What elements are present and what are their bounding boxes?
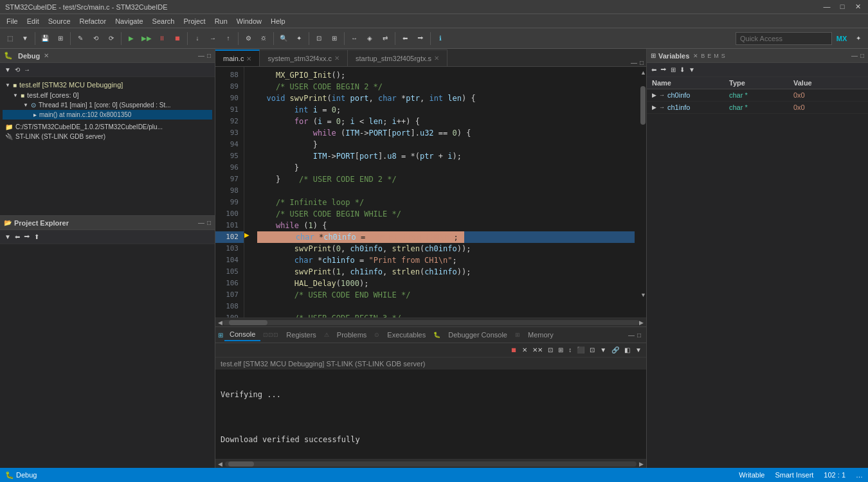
tab-main-c-close[interactable]: ✕: [246, 55, 251, 62]
scroll-down-icon[interactable]: ▼: [640, 292, 646, 298]
toolbar-info[interactable]: ℹ: [433, 31, 448, 46]
debug-tree-item-3[interactable]: ▸ main() at main.c:102 0x8001350: [3, 110, 212, 120]
debug-tree-item-5[interactable]: 🔌 ST-LINK (ST-LINK GDB server): [3, 132, 212, 141]
toolbar-btn-15[interactable]: ⇄: [378, 31, 392, 46]
debug-toolbar-btn3[interactable]: →: [22, 66, 32, 73]
toolbar-btn-4[interactable]: ✎: [73, 31, 87, 46]
toolbar-run[interactable]: ▶▶: [140, 31, 154, 46]
var-expand-icon-ch1[interactable]: ▶: [652, 104, 656, 111]
toolbar-btn-14[interactable]: ◈: [363, 31, 377, 46]
tab-startup-s[interactable]: startup_stm32f405rgtx.s ✕: [348, 49, 448, 66]
console-btn12[interactable]: ▼: [633, 346, 644, 353]
quick-access-input[interactable]: [736, 32, 832, 45]
tab-debugger-console[interactable]: Debugger Console: [443, 329, 512, 341]
toolbar-btn-2[interactable]: ▼: [18, 31, 32, 46]
console-h-scrollbar[interactable]: ◀ ▶: [215, 459, 646, 468]
toolbar-btn-3[interactable]: ⊞: [53, 31, 68, 46]
toolbar-step-over[interactable]: →: [206, 31, 220, 46]
toolbar-debug[interactable]: ▶: [124, 31, 138, 46]
editor-maximize-icon[interactable]: □: [640, 59, 644, 66]
debug-tree-item-0[interactable]: ▼ ■ test.elf [STM32 MCU Debugging]: [3, 80, 212, 90]
console-close-btn[interactable]: ✕✕: [530, 346, 545, 353]
console-btn8[interactable]: ⊡: [588, 346, 597, 353]
menu-refactor[interactable]: Refactor: [76, 16, 111, 26]
menu-search[interactable]: Search: [149, 16, 179, 26]
console-scroll-left[interactable]: ◀: [218, 461, 222, 467]
debug-tree-item-1[interactable]: ▼ ■ test.elf [cores: 0]: [3, 90, 212, 100]
pe-toolbar-btn3[interactable]: ⮕: [22, 233, 32, 240]
toolbar-btn-10[interactable]: ✦: [292, 31, 306, 46]
tab-system-c-close[interactable]: ✕: [334, 55, 339, 62]
close-button[interactable]: ✕: [853, 3, 863, 11]
pe-toolbar-btn2[interactable]: ⬅: [13, 233, 22, 240]
toolbar-btn-6[interactable]: ⟳: [104, 31, 118, 46]
menu-source[interactable]: Source: [44, 16, 75, 26]
pe-maximize-icon[interactable]: □: [207, 219, 211, 226]
menu-help[interactable]: Help: [267, 16, 289, 26]
console-btn6[interactable]: ↕: [566, 346, 574, 353]
maximize-button[interactable]: □: [837, 3, 847, 11]
editor-minimize-icon[interactable]: —: [631, 59, 637, 66]
toolbar-btn-5[interactable]: ⟲: [89, 31, 103, 46]
debug-maximize-icon[interactable]: □: [207, 52, 211, 59]
console-scrollbar-thumb[interactable]: [228, 461, 254, 467]
tab-startup-s-close[interactable]: ✕: [434, 55, 439, 62]
editor-vertical-scrollbar[interactable]: ▼ ▲: [640, 67, 646, 317]
scroll-right-icon[interactable]: ▶: [639, 319, 644, 326]
console-clear-btn[interactable]: ✕: [520, 346, 529, 353]
toolbar-mx-icon[interactable]: MX: [835, 31, 849, 46]
console-btn11[interactable]: ◧: [622, 346, 632, 353]
tab-system-c[interactable]: system_stm32f4xx.c ✕: [260, 49, 348, 66]
var-expand-icon-ch0[interactable]: ▶: [652, 92, 656, 98]
menu-file[interactable]: File: [3, 16, 22, 26]
menu-run[interactable]: Run: [211, 16, 231, 26]
editor-scrollbar-thumb[interactable]: [640, 86, 646, 125]
console-scrollbar-track[interactable]: [225, 461, 637, 467]
var-toolbar-btn2[interactable]: ⮕: [658, 66, 669, 73]
console-stop-btn[interactable]: ⏹: [509, 346, 519, 353]
toolbar-btn-1[interactable]: ⬚: [3, 31, 17, 46]
debug-toolbar-btn1[interactable]: ▼: [3, 66, 13, 73]
toolbar-btn-8[interactable]: ⛭: [257, 31, 271, 46]
debug-close-icon[interactable]: ✕: [44, 52, 49, 59]
console-btn5[interactable]: ⊞: [556, 346, 565, 353]
console-btn9[interactable]: ▼: [598, 346, 608, 353]
console-minimize-icon[interactable]: —: [628, 332, 635, 339]
pe-minimize-icon[interactable]: —: [198, 219, 204, 226]
toolbar-btn-17[interactable]: ⮕: [413, 31, 428, 46]
variables-maximize-icon[interactable]: □: [860, 52, 864, 59]
tab-console[interactable]: Console: [224, 328, 260, 341]
toolbar-save[interactable]: 💾: [38, 31, 52, 46]
toolbar-step-into[interactable]: ↓: [190, 31, 204, 46]
toolbar-btn-13[interactable]: ↔: [347, 31, 361, 46]
toolbar-extra-icon[interactable]: ✦: [851, 31, 865, 46]
menu-project[interactable]: Project: [179, 16, 209, 26]
toolbar-step-return[interactable]: ↑: [221, 31, 235, 46]
pe-toolbar-btn1[interactable]: ▼: [3, 233, 13, 240]
editor-horizontal-scrollbar[interactable]: ◀ ▶: [215, 317, 646, 326]
var-toolbar-btn3[interactable]: ⊞: [669, 66, 678, 73]
toolbar-suspend[interactable]: ⏸: [155, 31, 169, 46]
var-toolbar-btn1[interactable]: ⬅: [649, 66, 658, 73]
code-editor[interactable]: 88 89 90 91 92 93 94 95 96 97 98 99 100 …: [215, 67, 646, 317]
menu-window[interactable]: Window: [233, 16, 266, 26]
console-btn10[interactable]: 🔗: [610, 346, 621, 353]
toolbar-btn-12[interactable]: ⊞: [327, 31, 341, 46]
debug-tree-item-4[interactable]: 📁 C:/ST/STM32CubeIDE_1.0.2/STM32CubeIDE/…: [3, 122, 212, 132]
toolbar-btn-16[interactable]: ⬅: [398, 31, 412, 46]
tab-executables[interactable]: Executables: [382, 329, 431, 341]
tab-problems[interactable]: Problems: [332, 329, 372, 341]
tab-main-c[interactable]: main.c ✕: [215, 49, 260, 66]
h-scrollbar-thumb[interactable]: [229, 320, 267, 325]
console-scroll-right[interactable]: ▶: [639, 461, 644, 467]
variables-minimize-icon[interactable]: —: [851, 52, 858, 59]
menu-navigate[interactable]: Navigate: [111, 16, 147, 26]
h-scrollbar-track[interactable]: [222, 320, 639, 325]
code-content[interactable]: MX_GPIO_Init(); /* USER CODE BEGIN 2 */ …: [252, 67, 640, 317]
minimize-button[interactable]: —: [822, 3, 832, 11]
var-toolbar-btn5[interactable]: ▼: [687, 66, 697, 73]
tab-registers[interactable]: Registers: [281, 329, 321, 341]
toolbar-btn-9[interactable]: 🔍: [276, 31, 291, 46]
var-row-ch1info[interactable]: ▶ → ch1info char * 0x0: [647, 102, 868, 114]
console-btn4[interactable]: ⊡: [546, 346, 555, 353]
